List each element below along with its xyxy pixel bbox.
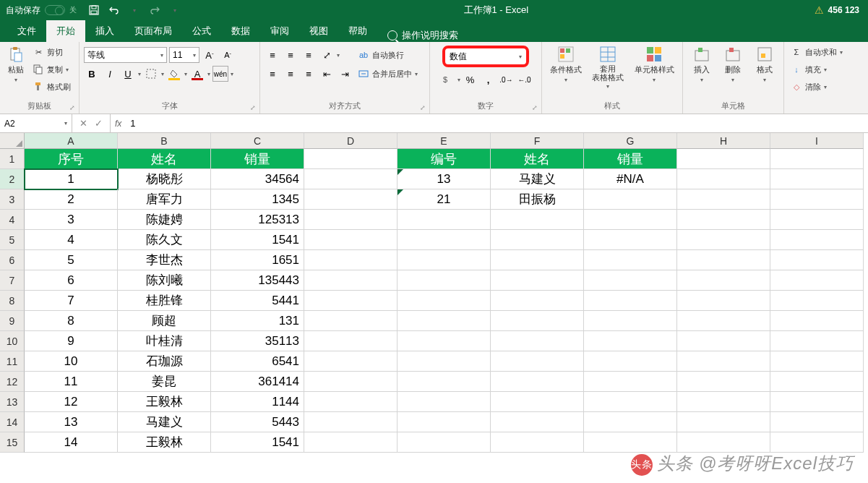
row-header[interactable]: 14 [0,412,25,432]
clear-button[interactable]: ◇清除▾ [788,79,845,95]
align-center-icon[interactable]: ≡ [283,66,298,82]
cell[interactable]: 陈刘曦 [118,270,211,291]
row-header[interactable]: 9 [0,311,25,331]
row-header[interactable]: 2 [0,169,25,189]
cell[interactable] [677,372,770,392]
fill-button[interactable]: ↓填充▾ [788,61,845,77]
cell[interactable] [770,432,864,453]
dialog-launcher-icon[interactable]: ⤢ [69,104,77,111]
cell[interactable]: 顾超 [118,311,211,331]
row-header[interactable]: 1 [0,149,25,169]
dialog-launcher-icon[interactable]: ⤢ [532,104,539,111]
fill-color-button[interactable] [166,66,182,82]
cell[interactable] [491,392,584,412]
row-header[interactable]: 12 [0,372,25,392]
cell[interactable] [770,210,864,230]
cell[interactable] [584,230,677,250]
cell[interactable] [677,149,770,169]
cell-styles-button[interactable]: 单元格样式▾ [632,44,677,85]
accounting-format-icon[interactable]: $ [439,72,455,87]
autosum-button[interactable]: Σ自动求和▾ [788,44,845,60]
cell[interactable] [398,210,491,230]
cell[interactable] [398,311,491,331]
cell[interactable] [491,250,584,270]
cell[interactable]: 姓名 [118,149,211,169]
conditional-formatting-button[interactable]: 条件格式▾ [547,44,585,85]
cell[interactable]: 1541 [211,432,304,453]
spreadsheet-grid[interactable]: ABCDEFGHI1序号姓名销量编号姓名销量21杨晓彤3456413马建义#N/… [0,133,868,453]
row-header[interactable]: 5 [0,230,25,250]
cell[interactable] [584,351,677,372]
cell[interactable]: 马建义 [491,169,584,189]
cell[interactable] [677,210,770,230]
cell[interactable] [304,149,398,169]
cell[interactable]: 34564 [211,169,304,189]
column-header[interactable]: A [25,133,118,149]
wrap-text-button[interactable]: ab自动换行 [356,47,420,63]
cell[interactable] [770,392,864,412]
row-header[interactable]: 6 [0,250,25,270]
cell[interactable]: 1651 [211,250,304,270]
cell[interactable]: 6541 [211,351,304,372]
tab-data[interactable]: 数据 [221,20,260,42]
tell-me-search[interactable]: 操作说明搜索 [377,29,468,42]
cell[interactable]: 姜昆 [118,372,211,392]
cell[interactable] [304,250,398,270]
cell[interactable]: 9 [25,331,118,351]
cell[interactable] [398,432,491,453]
cell[interactable] [584,331,677,351]
cell[interactable]: 8 [25,311,118,331]
copy-button[interactable]: 复制▾ [30,61,73,77]
cell[interactable] [304,270,398,291]
phonetic-button[interactable]: wén [212,66,228,82]
increase-decimal-icon[interactable]: .0→ [499,72,515,87]
toggle-switch-icon[interactable] [45,5,65,15]
cell[interactable]: 李世杰 [118,250,211,270]
cell[interactable] [584,432,677,453]
qat-customize-icon[interactable]: ▾ [169,4,181,16]
cell[interactable]: 石珈源 [118,351,211,372]
increase-indent-icon[interactable]: ⇥ [337,66,353,82]
tab-layout[interactable]: 页面布局 [124,20,182,42]
column-header[interactable]: F [491,133,584,149]
cell[interactable] [304,230,398,250]
cell[interactable]: 杨晓彤 [118,169,211,189]
cell[interactable]: 2 [25,189,118,210]
warning-icon[interactable]: ⚠ [815,4,824,16]
cell[interactable]: 361414 [211,372,304,392]
cell[interactable] [398,372,491,392]
cell[interactable]: 125313 [211,210,304,230]
align-left-icon[interactable]: ≡ [265,66,280,82]
tab-file[interactable]: 文件 [7,20,46,42]
cell[interactable] [677,412,770,432]
font-size-select[interactable]: 11▾ [169,47,199,63]
cell[interactable] [304,392,398,412]
cell[interactable] [677,270,770,291]
underline-button[interactable]: U [120,66,136,82]
formula-input[interactable]: 1 [126,114,868,132]
format-as-table-button[interactable]: 套用 表格格式▾ [589,44,627,91]
save-icon[interactable] [88,4,100,16]
comma-format-icon[interactable]: , [481,72,497,87]
cell[interactable]: 王毅林 [118,392,211,412]
cell[interactable] [677,311,770,331]
cell[interactable]: 叶桂清 [118,331,211,351]
cell[interactable]: 12 [25,392,118,412]
fx-icon[interactable]: fx [111,114,126,132]
cell[interactable] [398,392,491,412]
cell[interactable] [584,392,677,412]
cell[interactable]: 131 [211,311,304,331]
tab-formulas[interactable]: 公式 [182,20,221,42]
column-header[interactable]: E [398,133,491,149]
cell[interactable] [398,291,491,311]
enter-formula-icon[interactable]: ✓ [95,118,103,129]
cell[interactable]: 1541 [211,230,304,250]
cell[interactable]: 田振杨 [491,189,584,210]
cell[interactable] [398,412,491,432]
cell[interactable]: 14 [25,432,118,453]
cell[interactable] [304,210,398,230]
percent-format-icon[interactable]: % [463,72,478,87]
cell[interactable]: 陈久文 [118,230,211,250]
cell[interactable]: 1 [25,169,118,189]
cell[interactable] [677,189,770,210]
